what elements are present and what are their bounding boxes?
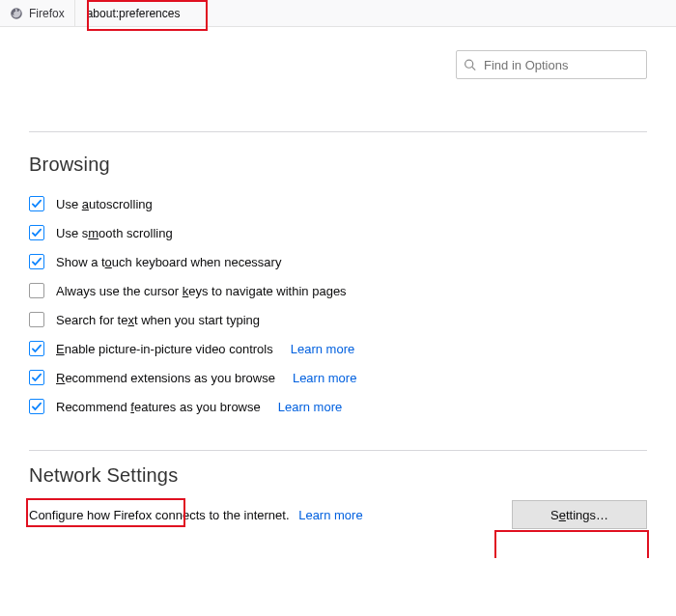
option-row: Enable picture-in-picture video controls… — [29, 334, 647, 363]
url-bar[interactable]: about:preferences — [75, 0, 676, 26]
url-text: about:preferences — [75, 0, 192, 26]
learn-more-link[interactable]: Learn more — [278, 400, 342, 414]
option-row: Use autoscrolling — [29, 189, 647, 218]
option-row: Recommend features as you browseLearn mo… — [29, 392, 647, 421]
option-label[interactable]: Recommend features as you browse — [56, 400, 261, 414]
checkbox[interactable] — [29, 283, 44, 298]
option-label[interactable]: Always use the cursor keys to navigate w… — [56, 284, 347, 298]
learn-more-link[interactable]: Learn more — [291, 342, 354, 356]
checkbox[interactable] — [29, 341, 44, 356]
preferences-content: Browsing Use autoscrollingUse smooth scr… — [0, 27, 676, 558]
browsing-heading: Browsing — [29, 154, 647, 176]
network-description: Configure how Firefox connects to the in… — [29, 508, 290, 522]
browser-chrome: Firefox about:preferences — [0, 0, 676, 27]
option-row: Search for text when you start typing — [29, 305, 647, 334]
option-label[interactable]: Search for text when you start typing — [56, 313, 260, 327]
checkbox[interactable] — [29, 370, 44, 385]
network-settings-row: Configure how Firefox connects to the in… — [29, 500, 647, 529]
svg-line-2 — [472, 67, 475, 70]
divider — [29, 450, 647, 451]
browsing-options: Use autoscrollingUse smooth scrollingSho… — [29, 189, 647, 421]
option-row: Recommend extensions as you browseLearn … — [29, 363, 647, 392]
divider — [29, 131, 647, 132]
search-row — [29, 50, 647, 79]
checkbox[interactable] — [29, 254, 44, 269]
network-settings-button[interactable]: Settings… — [512, 500, 647, 529]
learn-more-link[interactable]: Learn more — [293, 371, 356, 385]
option-label[interactable]: Enable picture-in-picture video controls — [56, 342, 273, 356]
option-label[interactable]: Recommend extensions as you browse — [56, 371, 275, 385]
checkbox[interactable] — [29, 196, 44, 211]
checkbox[interactable] — [29, 225, 44, 240]
search-icon — [464, 59, 476, 71]
firefox-icon — [10, 7, 23, 20]
network-learn-more-link[interactable]: Learn more — [298, 508, 362, 522]
svg-point-1 — [465, 60, 473, 68]
browser-tab-label: Firefox — [29, 7, 65, 20]
option-label[interactable]: Use autoscrolling — [56, 197, 153, 211]
checkbox[interactable] — [29, 312, 44, 327]
network-settings-heading: Network Settings — [29, 464, 647, 487]
search-input[interactable] — [456, 50, 647, 79]
option-label[interactable]: Use smooth scrolling — [56, 226, 173, 240]
option-row: Use smooth scrolling — [29, 218, 647, 247]
option-row: Always use the cursor keys to navigate w… — [29, 276, 647, 305]
option-row: Show a touch keyboard when necessary — [29, 247, 647, 276]
checkbox[interactable] — [29, 399, 44, 414]
browser-tab[interactable]: Firefox — [0, 0, 75, 26]
option-label[interactable]: Show a touch keyboard when necessary — [56, 255, 281, 269]
